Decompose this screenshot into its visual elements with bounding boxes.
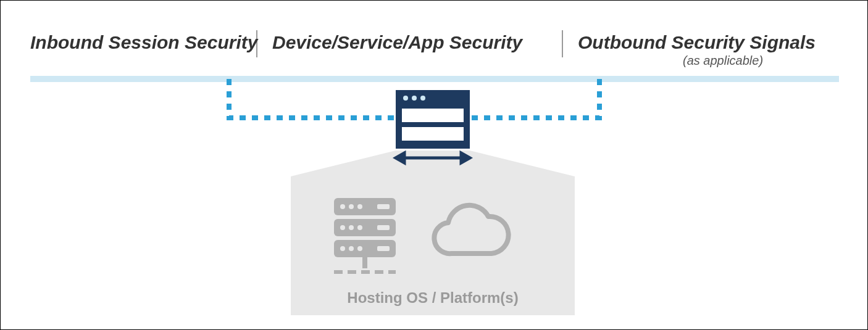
svg-point-11	[357, 246, 362, 251]
svg-point-7	[349, 225, 354, 230]
svg-rect-13	[377, 225, 390, 230]
dotted-right	[470, 79, 599, 118]
svg-rect-21	[402, 109, 464, 122]
svg-point-18	[403, 96, 408, 101]
svg-point-4	[349, 204, 354, 209]
header-right-sub: (as applicable)	[683, 54, 763, 67]
header-left: Inbound Session Security	[30, 32, 259, 52]
header-right: Outbound Security Signals	[578, 32, 816, 52]
svg-rect-12	[377, 204, 390, 209]
diagram-frame: Inbound Session Security Device/Service/…	[0, 0, 868, 330]
svg-point-5	[357, 204, 362, 209]
svg-rect-14	[377, 246, 390, 251]
horizontal-bar	[30, 76, 839, 82]
svg-point-19	[412, 96, 417, 101]
svg-point-9	[340, 246, 345, 251]
svg-point-20	[420, 96, 425, 101]
svg-point-6	[340, 225, 345, 230]
svg-point-10	[349, 246, 354, 251]
header-center: Device/Service/App Security	[272, 32, 524, 52]
dotted-left	[229, 79, 396, 118]
app-window-icon	[396, 90, 470, 149]
diagram-svg: Inbound Session Security Device/Service/…	[1, 1, 867, 329]
hosting-label: Hosting OS / Platform(s)	[347, 289, 518, 306]
svg-rect-22	[402, 127, 464, 141]
svg-point-3	[340, 204, 345, 209]
svg-point-8	[357, 225, 362, 230]
svg-rect-15	[362, 257, 367, 268]
